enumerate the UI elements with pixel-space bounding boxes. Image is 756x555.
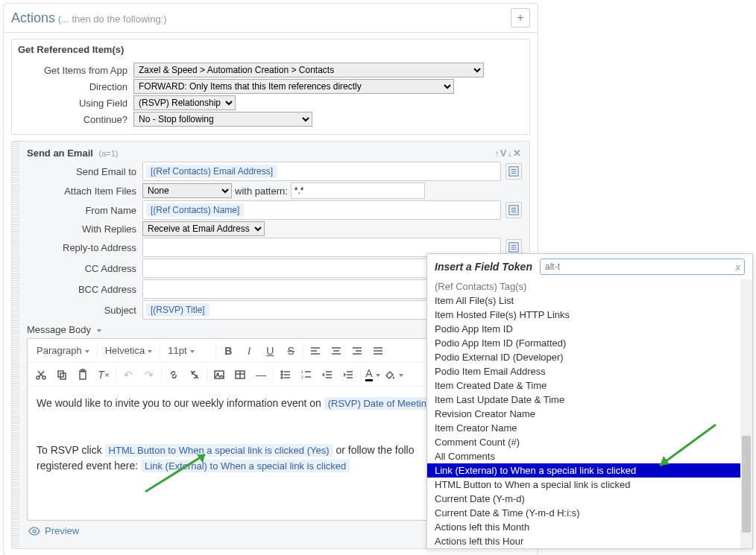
outdent-icon[interactable] [317,364,338,385]
popup-item[interactable]: Current Date & Time (Y-m-d H:i:s) [427,506,740,520]
block-controls-icons[interactable]: ↑V↓✕ [494,148,522,159]
unlink-icon[interactable] [184,364,205,385]
popup-item[interactable]: Podio Item Email Address [427,364,740,378]
toolbar-format-select[interactable]: Paragraph [31,340,95,361]
toolbar-size-select[interactable]: 11pt [162,340,214,361]
clear-format-icon[interactable]: T× [93,364,114,385]
popup-scroll-thumb[interactable] [742,436,751,533]
popup-item[interactable]: Podio External ID (Developer) [427,350,740,364]
popup-item[interactable]: Comment Count (#) [427,435,740,449]
input-send-to[interactable]: [(Ref Contacts) Email Address] [142,162,501,181]
get-referenced-block: Get Referenced Item(s) Get Items from Ap… [11,39,530,135]
actions-title: Actions [11,10,55,25]
popup-item[interactable]: Item Last Update Date & Time [427,393,740,407]
token-picker-to[interactable] [505,163,522,180]
popup-item[interactable]: Podio App Item ID (Formatted) [427,336,740,350]
actions-subtitle: (... then do the following:) [58,13,167,25]
italic-icon[interactable]: I [239,340,259,361]
undo-icon[interactable]: ↶ [118,364,139,385]
body-text-3a: registered event here: [37,460,141,472]
indent-icon[interactable] [338,364,359,385]
clear-search-icon[interactable]: x [736,261,741,273]
label-bcc: BCC Address [27,284,142,295]
body-text-2b: or follow the follo [336,444,414,456]
popup-search-input[interactable] [540,259,745,275]
bg-color-icon[interactable] [383,364,404,385]
align-justify-icon[interactable] [368,340,388,361]
label-subject: Subject [27,305,142,316]
popup-item[interactable]: Item Hosted File(s) HTTP Links [427,308,740,322]
label-get-items-from-app: Get Items from App [18,65,133,76]
popup-item[interactable]: Revision Creator Name [427,407,740,421]
get-referenced-title: Get Referenced Item(s) [12,39,529,60]
popup-item[interactable]: Item All File(s) List [427,294,740,308]
text-color-icon[interactable]: A [362,364,383,385]
strike-icon[interactable]: S [280,340,301,361]
toolbar-font-select[interactable]: Helvetica [99,340,158,361]
preview-link[interactable]: Preview [45,525,79,536]
label-send-to: Send Email to [27,166,142,177]
popup-scrollbar[interactable] [740,279,752,548]
popup-item[interactable]: Link (External) to When a special link i… [427,463,740,478]
label-attach: Attach Item Files [27,185,142,197]
send-email-title: Send an Email [27,148,93,159]
label-pattern: with pattern: [235,185,288,197]
body-text-1: We would like to invite you to our weekl… [37,397,324,409]
input-from[interactable]: [(Ref Contacts) Name] [142,200,501,220]
list-ol-icon[interactable]: 12 [296,364,317,385]
add-action-button[interactable]: + [511,8,530,28]
popup-item[interactable]: Item Creator Name [427,421,740,435]
image-icon[interactable] [209,364,230,385]
select-using-field[interactable]: (RSVP) Relationship [133,95,236,110]
select-direction[interactable]: FORWARD: Only Items that this Item refer… [133,79,454,94]
label-continue: Continue? [18,114,133,125]
paste-icon[interactable] [72,364,93,385]
popup-item[interactable]: Current Date (Y-m-d) [427,492,740,506]
align-center-icon[interactable] [326,340,347,361]
popup-item[interactable]: Actions left this Month [427,520,740,534]
select-app[interactable]: Zaxel & Speed > Automation Creation > Co… [133,63,484,77]
token-ref-contacts-name: [(Ref Contacts) Name] [146,203,244,217]
list-ul-icon[interactable] [275,364,296,385]
svg-point-57 [33,530,36,533]
svg-text:2: 2 [301,375,303,379]
popup-title: Insert a Field Token [435,261,532,273]
label-replies: With Replies [27,223,142,235]
label-using-field: Using Field [18,98,133,109]
token-date-of-meeting: (RSVP) Date of Meeting [324,397,435,410]
select-attach[interactable]: None [142,183,232,198]
select-continue[interactable]: No - Stop following [133,112,312,127]
input-pattern[interactable] [291,183,425,199]
popup-item[interactable]: HTML Button to When a special link is cl… [427,478,740,492]
hr-icon[interactable]: — [251,364,271,385]
label-from: From Name [27,205,142,216]
block-grip[interactable] [12,142,19,548]
chevron-down-icon[interactable] [94,324,101,335]
popup-item[interactable]: All Comments [427,449,740,463]
token-picker-popup: Insert a Field Token x (Ref Contacts) Ta… [426,253,753,549]
select-replies[interactable]: Receive at Email Address [142,221,265,236]
svg-point-41 [281,371,283,372]
align-right-icon[interactable] [347,340,368,361]
bold-icon[interactable]: B [218,340,239,361]
link-icon[interactable] [163,364,184,385]
send-email-a1: (a=1) [99,149,119,158]
label-direction: Direction [18,81,133,92]
align-left-icon[interactable] [305,340,326,361]
popup-item[interactable]: (Ref Contacts) Tag(s) [427,279,740,294]
body-text-2a: To RSVP click [37,444,105,456]
popup-item[interactable]: Item Created Date & Time [427,378,740,393]
table-icon[interactable] [230,364,251,385]
redo-icon[interactable]: ↷ [139,364,160,385]
popup-item[interactable]: Actions left this Hour [427,534,740,548]
cut-icon[interactable] [31,364,51,385]
copy-icon[interactable] [51,364,72,385]
popup-list[interactable]: (Ref Contacts) Tag(s)Item All File(s) Li… [427,279,740,548]
token-external-link: Link (External) to When a special link i… [141,460,350,472]
popup-item[interactable]: Podio App Item ID [427,322,740,336]
token-picker-from[interactable] [505,202,522,218]
actions-header: Actions (... then do the following:) + [4,4,538,33]
token-html-button-yes: HTML Button to When a special link is cl… [105,444,333,457]
underline-icon[interactable]: U [259,340,280,361]
label-message-body: Message Body [27,324,91,335]
